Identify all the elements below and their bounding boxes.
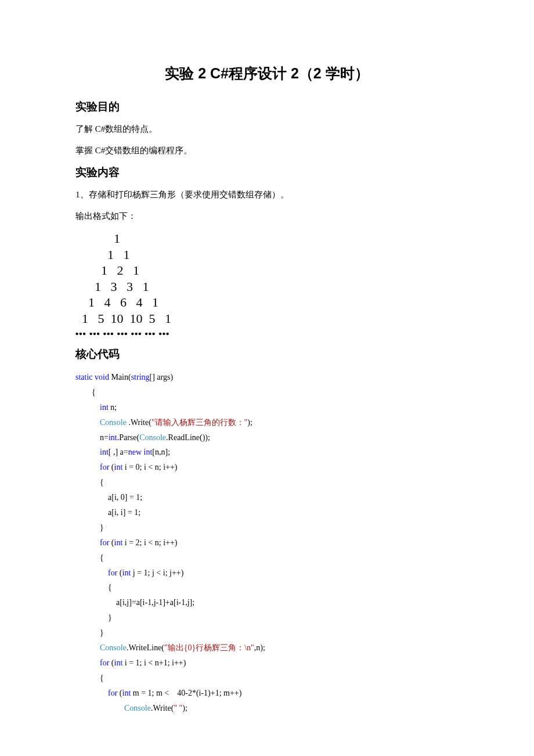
code-line: { — [75, 580, 459, 595]
triangle-row: 1 1 — [75, 247, 459, 263]
code-line: int n; — [75, 400, 459, 415]
purpose-para-2: 掌握 C#交错数组的编程程序。 — [75, 144, 459, 157]
code-line: Console.WriteLine("输出{0}行杨辉三角：\n",n); — [75, 640, 459, 656]
code-line: Console.Write(" "); — [75, 701, 459, 716]
code-line: n=int.Parse(Console.ReadLine()); — [75, 430, 459, 445]
code-heading: 核心代码 — [75, 347, 459, 362]
code-line: { — [75, 671, 459, 686]
purpose-heading: 实验目的 — [75, 99, 459, 114]
code-line: for (int i = 2; i < n; i++) — [75, 535, 459, 550]
code-line: a[i,j]=a[i-1,j-1]+a[i-1,j]; — [75, 595, 459, 610]
code-line: Console .Write("请输入杨辉三角的行数："); — [75, 415, 459, 430]
code-block: static void Main(string[] args) { int n;… — [75, 370, 459, 715]
code-line: { — [75, 550, 459, 566]
code-line: { — [75, 475, 459, 490]
content-heading: 实验内容 — [75, 165, 459, 180]
code-line: { — [75, 385, 459, 400]
triangle-row: 1 3 3 1 — [75, 279, 459, 295]
code-line: a[i, 0] = 1; — [75, 490, 459, 505]
content-para-2: 输出格式如下： — [75, 210, 459, 223]
code-line: for (int m = 1; m < 40-2*(i-1)+1; m++) — [75, 686, 459, 701]
content-para-1: 1、存储和打印杨辉三角形（要求使用交错数组存储）。 — [75, 188, 459, 201]
triangle-row: 1 5 10 10 5 1 — [75, 311, 459, 327]
purpose-para-1: 了解 C#数组的特点。 — [75, 123, 459, 136]
code-line: int[ ,] a=new int[n,n]; — [75, 445, 459, 460]
page-title: 实验 2 C#程序设计 2（2 学时） — [75, 64, 459, 83]
code-line: for (int i = 0; i < n; i++) — [75, 460, 459, 475]
code-line: static void Main(string[] args) — [75, 370, 459, 385]
triangle-row: 1 — [75, 231, 459, 247]
code-line: for (int j = 1; j < i; j++) — [75, 566, 459, 581]
code-line: } — [75, 625, 459, 640]
code-line: a[i, i] = 1; — [75, 505, 459, 520]
code-line: } — [75, 610, 459, 625]
code-line: } — [75, 520, 459, 535]
triangle-row: 1 4 6 4 1 — [75, 294, 459, 311]
triangle-row: 1 2 1 — [75, 262, 459, 279]
triangle-ellipsis: ••• ••• ••• ••• ••• ••• ••• — [75, 329, 459, 339]
code-line: for (int i = 1; i < n+1; i++) — [75, 656, 459, 671]
pascal-triangle: 1 1 1 1 2 1 1 3 3 1 1 4 6 4 1 1 5 10 10 … — [75, 231, 459, 326]
